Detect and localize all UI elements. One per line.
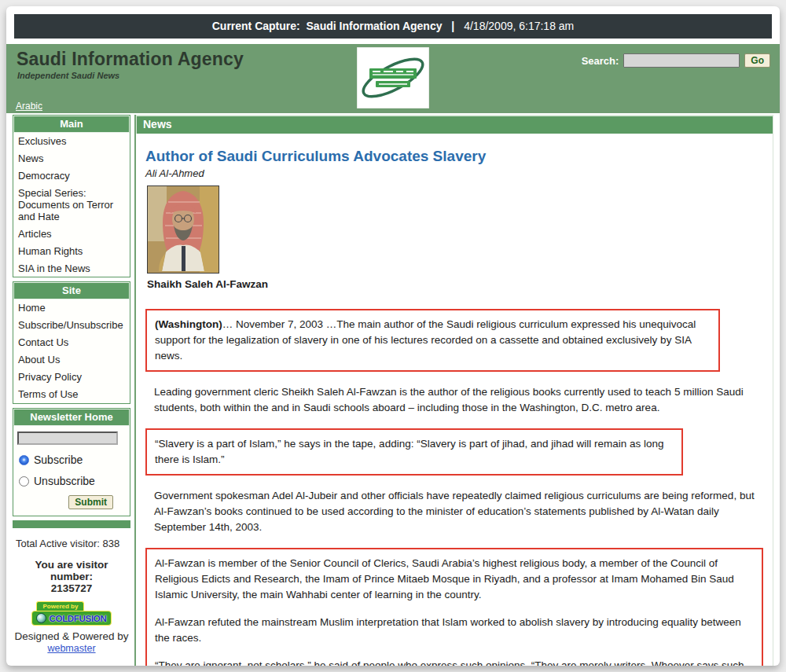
sidebar-item-news[interactable]: News [13, 150, 130, 167]
radio-subscribe-selected[interactable] [19, 455, 29, 465]
search-input[interactable] [623, 53, 740, 68]
sidebar-item-articles[interactable]: Articles [13, 226, 130, 243]
newsletter-option-unsubscribe[interactable]: Unsubscribe [19, 475, 126, 487]
coldfusion-badge[interactable]: Powered by COLDFUSION [31, 599, 111, 626]
photo-caption: Shaikh Saleh Al-Fawzan [147, 278, 763, 290]
arabic-link[interactable]: Arabic [16, 101, 42, 112]
sidebar-item-human-rights[interactable]: Human Rights [13, 243, 130, 260]
newsletter-title: Newsletter Home [13, 409, 130, 426]
text-segment: Government spokesman Adel Al-Jubeir and … [154, 490, 755, 533]
capture-bar: Current Capture: Saudi Information Agenc… [14, 14, 772, 39]
article-paragraph: Al-Fawzan is member of the Senior Counci… [155, 556, 754, 603]
sidebar-site-title: Site [13, 282, 130, 299]
newsletter-submit-button[interactable]: Submit [68, 495, 113, 509]
sidebar-item-terms-of-use[interactable]: Terms of Use [13, 386, 130, 403]
section-header: News [136, 115, 773, 134]
article-paragraph: Leading government cleric Sheikh Saleh A… [154, 384, 755, 416]
sidebar-item-subscribe-unsubscribe[interactable]: Subscribe/Unsubscribe [13, 317, 130, 334]
sidebar-green-strip [13, 520, 130, 528]
article-paragraph: “They are ignorant, not scholars,” he sa… [155, 658, 754, 666]
article-paragraph: “Slavery is a part of Islam,” he says in… [155, 436, 674, 468]
text-segment: “Slavery is a part of Islam,” he says in… [155, 438, 664, 465]
text-segment: … November 7, 2003 …The main author of t… [155, 318, 696, 362]
sidebar-item-special-series-documents-on-terror-and-hate[interactable]: Special Series: Documents on Terror and … [13, 185, 130, 226]
capture-datetime: 4/18/2009, 6:17:18 am [464, 20, 574, 32]
content-area: News Author of Saudi Curriculums Advocat… [134, 115, 773, 666]
sidebar-item-privacy-policy[interactable]: Privacy Policy [13, 369, 130, 386]
sidebar-item-democracy[interactable]: Democracy [13, 167, 130, 185]
sidebar-main-box: Main ExclusivesNewsDemocracySpecial Seri… [13, 115, 130, 277]
text-segment: Al-Fawzan is member of the Senior Counci… [155, 557, 734, 600]
coldfusion-globe-icon [36, 613, 46, 623]
powered-by-label: Powered by [36, 601, 84, 611]
page-card: Current Capture: Saudi Information Agenc… [6, 6, 780, 666]
paragraph-block: Leading government cleric Sheikh Saleh A… [145, 384, 763, 416]
capture-label: Current Capture: [212, 20, 300, 32]
article: Author of Saudi Curriculums Advocates Sl… [136, 134, 773, 666]
webmaster-link[interactable]: webmaster [47, 643, 95, 654]
article-paragraph: Al-Fawzan refuted the mainstream Muslim … [155, 615, 754, 646]
text-segment: (Washington) [155, 318, 222, 330]
article-paragraph: (Washington)… November 7, 2003 …The main… [155, 317, 711, 364]
radio-unsubscribe[interactable] [19, 476, 29, 487]
active-visitor-count: Total Active visitor: 838 [13, 538, 130, 549]
radio-label: Unsubscribe [34, 475, 95, 487]
text-segment: “They are ignorant, not scholars,” he sa… [155, 659, 744, 666]
sidebar-item-about-us[interactable]: About Us [13, 351, 130, 369]
capture-separator: | [451, 20, 454, 32]
article-photo [147, 185, 219, 274]
article-paragraph: Government spokesman Adel Al-Jubeir and … [154, 488, 755, 535]
text-segment: Al-Fawzan refuted the mainstream Muslim … [155, 616, 741, 644]
site-header: Saudi Information Agency Independent Sau… [6, 44, 780, 113]
capture-site: Saudi Information Agency [307, 20, 443, 32]
sidebar-item-sia-in-the-news[interactable]: SIA in the News [13, 260, 130, 277]
search-go-button[interactable]: Go [744, 53, 770, 68]
article-title: Author of Saudi Curriculums Advocates Sl… [145, 148, 763, 165]
sidebar-main-title: Main [13, 116, 130, 133]
sidebar: Main ExclusivesNewsDemocracySpecial Seri… [13, 115, 130, 654]
article-byline: Ali Al-Ahmed [145, 167, 763, 179]
paragraph-block: Government spokesman Adel Al-Jubeir and … [145, 488, 763, 535]
newsletter-box: Newsletter Home SubscribeUnsubscribe Sub… [13, 408, 130, 516]
coldfusion-name: COLDFUSION [49, 614, 106, 623]
highlight-box: “Slavery is a part of Islam,” he says in… [145, 428, 683, 476]
newsletter-option-subscribe[interactable]: Subscribe [19, 454, 126, 466]
search-label: Search: [582, 55, 619, 67]
credits-text: Designed & Powered by [13, 630, 130, 642]
search-area: Search: Go [582, 53, 770, 68]
sidebar-item-exclusives[interactable]: Exclusives [13, 133, 130, 150]
agency-logo-icon [357, 47, 429, 112]
sidebar-item-contact-us[interactable]: Contact Us [13, 334, 130, 351]
visitor-number: 2135727 [13, 582, 130, 594]
visitor-number-label: You are visitor number: [13, 559, 130, 582]
highlight-box: Al-Fawzan is member of the Senior Counci… [145, 548, 763, 666]
visitor-block: Total Active visitor: 838 You are visito… [13, 533, 130, 654]
radio-label: Subscribe [34, 454, 83, 466]
sidebar-site-box: Site HomeSubscribe/UnsubscribeContact Us… [13, 281, 130, 404]
sidebar-item-home[interactable]: Home [13, 299, 130, 317]
body-row: Main ExclusivesNewsDemocracySpecial Seri… [6, 113, 780, 666]
newsletter-input[interactable] [17, 431, 118, 445]
highlight-box: (Washington)… November 7, 2003 …The main… [145, 309, 720, 372]
article-body: (Washington)… November 7, 2003 …The main… [145, 309, 763, 666]
text-segment: Leading government cleric Sheikh Saleh A… [154, 386, 744, 413]
